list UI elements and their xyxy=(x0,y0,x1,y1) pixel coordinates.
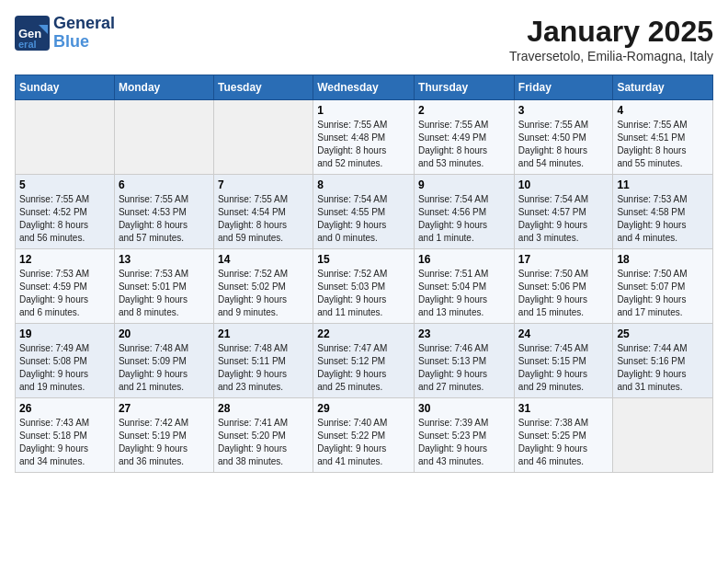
calendar-cell: 30Sunrise: 7:39 AM Sunset: 5:23 PM Dayli… xyxy=(415,398,515,473)
calendar-header-row: SundayMondayTuesdayWednesdayThursdayFrid… xyxy=(16,75,713,100)
calendar-cell xyxy=(16,100,115,175)
calendar-cell: 28Sunrise: 7:41 AM Sunset: 5:20 PM Dayli… xyxy=(213,398,313,473)
day-info: Sunrise: 7:38 AM Sunset: 5:25 PM Dayligh… xyxy=(518,417,609,468)
day-info: Sunrise: 7:50 AM Sunset: 5:07 PM Dayligh… xyxy=(617,268,709,319)
day-number: 25 xyxy=(617,327,709,340)
calendar-cell: 11Sunrise: 7:53 AM Sunset: 4:58 PM Dayli… xyxy=(613,175,713,249)
day-info: Sunrise: 7:55 AM Sunset: 4:50 PM Dayligh… xyxy=(518,119,609,170)
calendar-cell: 9Sunrise: 7:54 AM Sunset: 4:56 PM Daylig… xyxy=(415,175,515,249)
logo-line1: General xyxy=(53,15,115,33)
day-info: Sunrise: 7:52 AM Sunset: 5:02 PM Dayligh… xyxy=(218,268,309,319)
calendar-week-1: 1Sunrise: 7:55 AM Sunset: 4:48 PM Daylig… xyxy=(16,100,713,175)
day-number: 12 xyxy=(19,253,110,266)
page-header: Gen eral General Blue January 2025 Trave… xyxy=(15,15,713,63)
calendar-week-4: 19Sunrise: 7:49 AM Sunset: 5:08 PM Dayli… xyxy=(16,324,713,398)
calendar-cell: 2Sunrise: 7:55 AM Sunset: 4:49 PM Daylig… xyxy=(415,100,515,175)
day-number: 19 xyxy=(19,327,110,340)
day-number: 28 xyxy=(218,402,309,415)
day-info: Sunrise: 7:43 AM Sunset: 5:18 PM Dayligh… xyxy=(19,417,110,468)
day-info: Sunrise: 7:50 AM Sunset: 5:06 PM Dayligh… xyxy=(518,268,609,319)
day-number: 10 xyxy=(518,178,609,191)
calendar-cell: 5Sunrise: 7:55 AM Sunset: 4:52 PM Daylig… xyxy=(16,175,115,249)
day-info: Sunrise: 7:44 AM Sunset: 5:16 PM Dayligh… xyxy=(617,342,709,394)
subtitle: Traversetolo, Emilia-Romagna, Italy xyxy=(509,49,713,63)
calendar-cell: 17Sunrise: 7:50 AM Sunset: 5:06 PM Dayli… xyxy=(514,249,613,324)
day-info: Sunrise: 7:55 AM Sunset: 4:52 PM Dayligh… xyxy=(19,193,110,245)
day-info: Sunrise: 7:47 AM Sunset: 5:12 PM Dayligh… xyxy=(317,342,410,394)
logo-icon: Gen eral xyxy=(15,16,50,51)
calendar-cell: 21Sunrise: 7:48 AM Sunset: 5:11 PM Dayli… xyxy=(213,324,313,398)
day-info: Sunrise: 7:49 AM Sunset: 5:08 PM Dayligh… xyxy=(19,342,110,394)
calendar-cell: 18Sunrise: 7:50 AM Sunset: 5:07 PM Dayli… xyxy=(613,249,713,324)
day-number: 23 xyxy=(418,327,510,340)
day-number: 16 xyxy=(418,253,510,266)
calendar-cell: 14Sunrise: 7:52 AM Sunset: 5:02 PM Dayli… xyxy=(213,249,313,324)
calendar-cell: 15Sunrise: 7:52 AM Sunset: 5:03 PM Dayli… xyxy=(313,249,415,324)
calendar-cell: 7Sunrise: 7:55 AM Sunset: 4:54 PM Daylig… xyxy=(213,175,313,249)
day-number: 1 xyxy=(317,104,410,117)
day-number: 13 xyxy=(119,253,210,266)
day-number: 7 xyxy=(218,178,309,191)
calendar-cell: 16Sunrise: 7:51 AM Sunset: 5:04 PM Dayli… xyxy=(415,249,515,324)
day-number: 9 xyxy=(418,178,510,191)
logo: Gen eral General Blue xyxy=(15,15,115,52)
day-number: 22 xyxy=(317,327,410,340)
day-info: Sunrise: 7:54 AM Sunset: 4:56 PM Dayligh… xyxy=(418,193,510,245)
day-number: 8 xyxy=(317,178,410,191)
calendar-cell xyxy=(114,100,213,175)
header-monday: Monday xyxy=(114,75,213,100)
day-info: Sunrise: 7:53 AM Sunset: 5:01 PM Dayligh… xyxy=(119,268,210,319)
header-tuesday: Tuesday xyxy=(213,75,313,100)
day-number: 2 xyxy=(418,104,510,117)
day-number: 4 xyxy=(617,104,709,117)
svg-text:eral: eral xyxy=(18,39,37,50)
calendar-week-3: 12Sunrise: 7:53 AM Sunset: 4:59 PM Dayli… xyxy=(16,249,713,324)
calendar-cell: 23Sunrise: 7:46 AM Sunset: 5:13 PM Dayli… xyxy=(415,324,515,398)
calendar-cell xyxy=(213,100,313,175)
day-number: 29 xyxy=(317,402,410,415)
day-number: 20 xyxy=(119,327,210,340)
calendar-cell: 25Sunrise: 7:44 AM Sunset: 5:16 PM Dayli… xyxy=(613,324,713,398)
day-info: Sunrise: 7:51 AM Sunset: 5:04 PM Dayligh… xyxy=(418,268,510,319)
day-number: 3 xyxy=(518,104,609,117)
day-info: Sunrise: 7:53 AM Sunset: 4:58 PM Dayligh… xyxy=(617,193,709,245)
month-title: January 2025 xyxy=(509,15,713,49)
header-thursday: Thursday xyxy=(415,75,515,100)
day-info: Sunrise: 7:54 AM Sunset: 4:57 PM Dayligh… xyxy=(518,193,609,245)
day-info: Sunrise: 7:55 AM Sunset: 4:51 PM Dayligh… xyxy=(617,119,709,170)
day-info: Sunrise: 7:41 AM Sunset: 5:20 PM Dayligh… xyxy=(218,417,309,468)
day-info: Sunrise: 7:52 AM Sunset: 5:03 PM Dayligh… xyxy=(317,268,410,319)
calendar-cell: 1Sunrise: 7:55 AM Sunset: 4:48 PM Daylig… xyxy=(313,100,415,175)
calendar-cell: 3Sunrise: 7:55 AM Sunset: 4:50 PM Daylig… xyxy=(514,100,613,175)
day-number: 5 xyxy=(19,178,110,191)
day-info: Sunrise: 7:40 AM Sunset: 5:22 PM Dayligh… xyxy=(317,417,410,468)
calendar-cell: 20Sunrise: 7:48 AM Sunset: 5:09 PM Dayli… xyxy=(114,324,213,398)
calendar-cell: 27Sunrise: 7:42 AM Sunset: 5:19 PM Dayli… xyxy=(114,398,213,473)
calendar-cell: 13Sunrise: 7:53 AM Sunset: 5:01 PM Dayli… xyxy=(114,249,213,324)
day-number: 24 xyxy=(518,327,609,340)
calendar-cell: 8Sunrise: 7:54 AM Sunset: 4:55 PM Daylig… xyxy=(313,175,415,249)
header-friday: Friday xyxy=(514,75,613,100)
day-number: 31 xyxy=(518,402,609,415)
day-info: Sunrise: 7:48 AM Sunset: 5:11 PM Dayligh… xyxy=(218,342,309,394)
calendar-table: SundayMondayTuesdayWednesdayThursdayFrid… xyxy=(15,75,713,473)
day-number: 17 xyxy=(518,253,609,266)
day-number: 11 xyxy=(617,178,709,191)
calendar-week-2: 5Sunrise: 7:55 AM Sunset: 4:52 PM Daylig… xyxy=(16,175,713,249)
day-info: Sunrise: 7:46 AM Sunset: 5:13 PM Dayligh… xyxy=(418,342,510,394)
day-number: 26 xyxy=(19,402,110,415)
calendar-cell: 10Sunrise: 7:54 AM Sunset: 4:57 PM Dayli… xyxy=(514,175,613,249)
header-sunday: Sunday xyxy=(16,75,115,100)
day-info: Sunrise: 7:42 AM Sunset: 5:19 PM Dayligh… xyxy=(119,417,210,468)
day-number: 6 xyxy=(119,178,210,191)
header-wednesday: Wednesday xyxy=(313,75,415,100)
title-block: January 2025 Traversetolo, Emilia-Romagn… xyxy=(509,15,713,63)
day-number: 27 xyxy=(119,402,210,415)
day-number: 30 xyxy=(418,402,510,415)
calendar-cell: 22Sunrise: 7:47 AM Sunset: 5:12 PM Dayli… xyxy=(313,324,415,398)
day-number: 21 xyxy=(218,327,309,340)
day-info: Sunrise: 7:55 AM Sunset: 4:54 PM Dayligh… xyxy=(218,193,309,245)
day-info: Sunrise: 7:55 AM Sunset: 4:49 PM Dayligh… xyxy=(418,119,510,170)
calendar-cell: 26Sunrise: 7:43 AM Sunset: 5:18 PM Dayli… xyxy=(16,398,115,473)
calendar-week-5: 26Sunrise: 7:43 AM Sunset: 5:18 PM Dayli… xyxy=(16,398,713,473)
